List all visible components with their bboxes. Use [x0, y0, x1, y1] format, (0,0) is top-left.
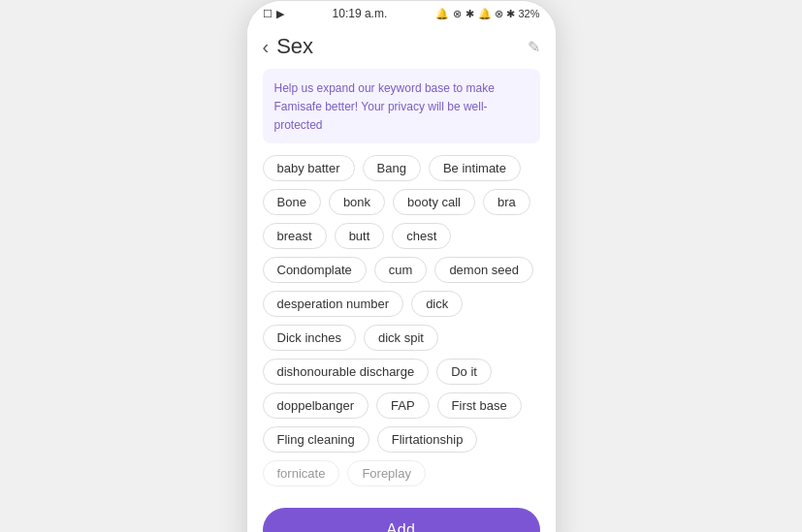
add-button[interactable]: Add	[263, 508, 540, 532]
keyword-tag[interactable]: chest	[392, 223, 451, 249]
battery-label: 🔔 ⊗ ✱ 32%	[478, 8, 539, 20]
keyword-tag[interactable]: dick	[411, 291, 463, 317]
settings-icon: ✱	[465, 8, 474, 20]
edit-icon[interactable]: ✎	[528, 38, 540, 56]
header-left: ‹ Sex	[263, 34, 314, 59]
keyword-tag[interactable]: butt	[335, 223, 385, 249]
keyword-tag[interactable]: baby batter	[263, 155, 355, 181]
keyword-tag[interactable]: booty call	[393, 189, 475, 215]
phone-frame: ☐ ▶ 10:19 a.m. 🔔 ⊗ ✱ 🔔 ⊗ ✱ 32% ‹ Sex ✎ H…	[246, 0, 557, 532]
keyword-tag[interactable]: doppelbanger	[263, 392, 369, 419]
keywords-area: baby batter Bang Be intimate Bone bonk b…	[247, 155, 556, 494]
keyword-tag[interactable]: Be intimate	[429, 155, 521, 181]
signal-icon: ▶	[276, 8, 284, 20]
notification-icon: 🔔	[435, 8, 449, 20]
keyword-row-1: baby batter Bang Be intimate	[263, 155, 540, 181]
keyword-tag[interactable]: breast	[263, 223, 327, 249]
keyword-tag[interactable]: Do it	[436, 359, 492, 385]
keyword-tag[interactable]: cum	[374, 257, 428, 283]
back-button[interactable]: ‹	[263, 36, 270, 58]
page-title: Sex	[276, 34, 313, 59]
keyword-tag[interactable]: demon seed	[434, 257, 533, 283]
location-icon: ⊗	[453, 8, 462, 20]
keyword-row-9: Fling cleaning Flirtationship	[263, 426, 540, 453]
keyword-tag[interactable]: Flirtationship	[377, 426, 478, 453]
status-right: 🔔 ⊗ ✱ 🔔 ⊗ ✱ 32%	[435, 8, 539, 20]
keyword-tag[interactable]: desperation number	[263, 291, 404, 317]
keyword-tag[interactable]: bonk	[329, 189, 385, 215]
keyword-row-5: desperation number dick	[263, 291, 540, 317]
wifi-icon: ☐	[263, 8, 273, 20]
info-text: Help us expand our keyword base to make …	[274, 81, 495, 132]
keyword-tag[interactable]: Condomplate	[263, 257, 367, 283]
keyword-tag[interactable]: dick spit	[364, 325, 438, 351]
keyword-tag[interactable]: Bone	[263, 189, 321, 215]
status-time: 10:19 a.m.	[333, 7, 388, 20]
keyword-tag[interactable]: FAP	[376, 392, 430, 419]
keyword-row-partial: fornicate Foreplay	[263, 460, 540, 486]
header: ‹ Sex ✎	[247, 26, 556, 69]
keyword-row-3: breast butt chest	[263, 223, 540, 249]
add-button-wrapper: Add	[247, 494, 556, 532]
keyword-tag-partial[interactable]: Foreplay	[347, 460, 426, 486]
keyword-tag[interactable]: dishonourable discharge	[263, 359, 430, 385]
keyword-tag[interactable]: bra	[483, 189, 530, 215]
status-left: ☐ ▶	[263, 8, 284, 20]
keyword-tag[interactable]: First base	[437, 392, 522, 419]
keyword-row-7: dishonourable discharge Do it	[263, 359, 540, 385]
keyword-row-2: Bone bonk booty call bra	[263, 189, 540, 215]
keyword-tag[interactable]: Fling cleaning	[263, 426, 369, 453]
keyword-row-8: doppelbanger FAP First base	[263, 392, 540, 419]
status-bar: ☐ ▶ 10:19 a.m. 🔔 ⊗ ✱ 🔔 ⊗ ✱ 32%	[247, 1, 556, 26]
info-box: Help us expand our keyword base to make …	[263, 69, 540, 143]
keyword-row-4: Condomplate cum demon seed	[263, 257, 540, 283]
keyword-tag[interactable]: Bang	[363, 155, 421, 181]
keyword-row-6: Dick inches dick spit	[263, 325, 540, 351]
keyword-tag[interactable]: Dick inches	[263, 325, 356, 351]
keyword-tag-partial[interactable]: fornicate	[263, 460, 340, 486]
